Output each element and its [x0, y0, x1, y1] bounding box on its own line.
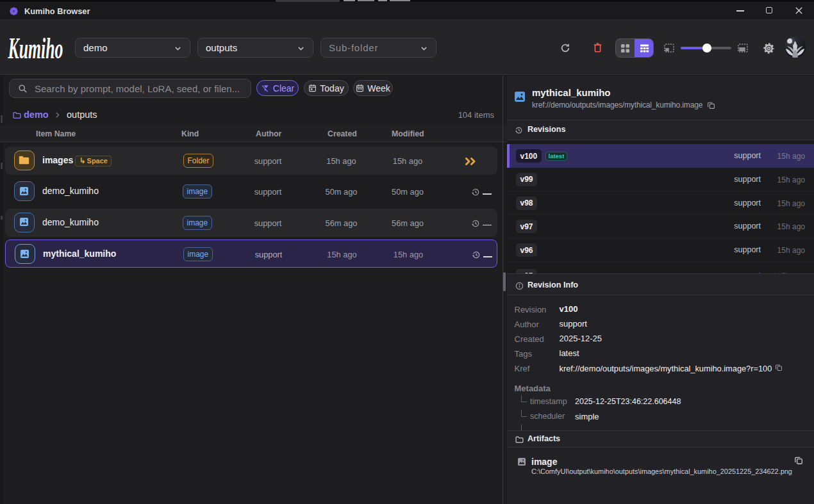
svg-text:Kumiho: Kumiho: [8, 33, 63, 61]
